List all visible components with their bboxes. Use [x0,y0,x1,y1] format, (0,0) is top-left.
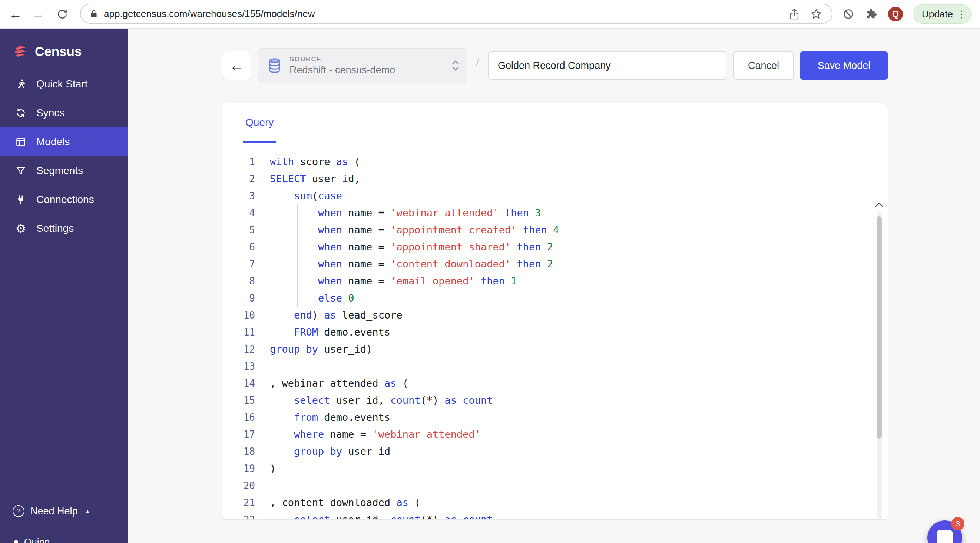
census-logo[interactable]: Census [0,28,128,70]
code-line[interactable]: 6 when name = 'appointment shared' then … [223,238,888,256]
line-number: 17 [223,426,255,443]
select-updown-icon [451,59,460,72]
more-menu-icon[interactable]: ⋮ [957,8,966,20]
code-line[interactable]: 1with score as ( [223,153,888,170]
back-button[interactable]: ← [222,51,251,80]
code-lines: 1with score as (2SELECT user_id,3 sum(ca… [223,153,888,520]
scrollbar-up-icon[interactable] [873,198,885,210]
code-line[interactable]: 19) [223,460,888,477]
source-label: SOURCE [290,56,451,64]
editor-scrollbar[interactable] [873,198,885,520]
tab-query[interactable]: Query [243,103,276,143]
line-number: 7 [223,256,255,273]
code-text: , content_downloaded as ( [270,494,420,511]
code-line[interactable]: 12group by user_id) [223,341,888,358]
sidebar-item-label: Settings [36,222,74,235]
code-line[interactable]: 3 sum(case [223,187,888,205]
code-line[interactable]: 20 [223,477,888,494]
line-number: 11 [223,324,255,341]
lock-icon[interactable] [89,9,99,19]
sidebar: Census Quick StartSyncsModelsSegmentsCon… [0,28,128,543]
code-line[interactable]: 2SELECT user_id, [223,170,888,187]
code-text: from demo.events [270,409,390,426]
code-text: SELECT user_id, [270,170,360,187]
line-number: 21 [223,494,255,511]
code-text: when name = 'appointment shared' then 2 [270,238,553,256]
table-icon [14,135,27,149]
code-text: else 0 [270,290,354,307]
browser-profile-avatar[interactable]: Q [888,7,903,21]
sidebar-item-syncs[interactable]: Syncs [0,98,128,127]
code-line[interactable]: 5 when name = 'appointment created' then… [223,221,888,238]
code-text: with score as ( [270,153,360,170]
line-number: 12 [223,341,255,358]
chat-badge: 3 [951,517,964,530]
need-help-button[interactable]: ? Need Help ▲ [13,505,90,517]
extensions-puzzle-icon[interactable] [862,0,881,28]
main-content: ← SOURCE Redshift - census-demo / Cancel… [128,28,980,543]
code-line[interactable]: 8 when name = 'email opened' then 1 [223,273,888,290]
line-number: 4 [223,205,255,221]
database-icon [267,57,282,74]
line-number: 13 [223,358,255,375]
code-line[interactable]: 14, webinar_attended as ( [223,375,888,392]
line-number: 10 [223,307,255,324]
tab-bar: Query [223,103,888,143]
code-line[interactable]: 9 else 0 [223,290,888,307]
need-help-label: Need Help [30,506,78,517]
code-line[interactable]: 22 select user_id, count(*) as count [223,511,888,520]
blocked-circle-icon[interactable] [839,0,858,28]
model-name-input[interactable] [488,51,727,79]
plug-icon [14,193,27,206]
line-number: 19 [223,460,255,477]
code-text: group by user_id) [270,341,372,358]
code-line[interactable]: 21, content_downloaded as ( [223,494,888,511]
sidebar-item-quick-start[interactable]: Quick Start [0,70,128,98]
sql-editor[interactable]: 1with score as (2SELECT user_id,3 sum(ca… [223,143,888,519]
scrollbar-thumb[interactable] [877,216,882,438]
code-text: select user_id, count(*) as count [270,511,493,520]
browser-chrome: ← → app.getcensus.com/warehouses/155/mod… [0,0,980,29]
code-line[interactable]: 13 [223,358,888,375]
sidebar-item-label: Connections [36,194,94,206]
browser-update-button[interactable]: Update ⋮ [913,5,972,24]
code-line[interactable]: 17 where name = 'webinar attended' [223,426,888,443]
code-line[interactable]: 11 FROM demo.events [223,324,888,341]
cancel-button[interactable]: Cancel [733,51,794,79]
share-icon[interactable] [789,5,800,24]
url-text: app.getcensus.com/warehouses/155/models/… [104,8,315,20]
sidebar-item-settings[interactable]: ⚙Settings [0,214,128,243]
code-text: when name = 'email opened' then 1 [270,273,517,290]
code-text: when name = 'webinar attended' then 3 [270,205,541,221]
account-label: Quinn [24,536,50,543]
sidebar-account-item[interactable]: Quinn [14,536,50,543]
sidebar-item-label: Quick Start [36,78,88,90]
code-line[interactable]: 10 end) as lead_score [223,307,888,324]
code-text: end) as lead_score [270,307,402,324]
code-line[interactable]: 15 select user_id, count(*) as count [223,392,888,409]
browser-forward-icon[interactable]: → [29,0,47,28]
code-line[interactable]: 18 group by user_id [223,443,888,460]
source-select[interactable]: SOURCE Redshift - census-demo [258,48,467,83]
sidebar-item-connections[interactable]: Connections [0,185,128,214]
sidebar-item-segments[interactable]: Segments [0,156,128,185]
line-number: 22 [223,511,255,520]
browser-refresh-icon[interactable] [53,0,71,28]
code-line[interactable]: 16 from demo.events [223,409,888,426]
code-line[interactable]: 7 when name = 'content downloaded' then … [223,256,888,273]
save-model-button[interactable]: Save Model [800,51,888,79]
line-number: 2 [223,170,255,187]
bookmark-star-icon[interactable] [810,5,822,24]
chat-bubble-icon [937,530,953,543]
sidebar-item-label: Segments [36,165,83,177]
url-bar[interactable]: app.getcensus.com/warehouses/155/models/… [80,4,832,24]
code-text: , webinar_attended as ( [270,375,409,392]
sidebar-item-models[interactable]: Models [0,127,128,156]
runner-icon [14,78,27,91]
code-line[interactable]: 4 when name = 'webinar attended' then 3 [223,205,888,221]
browser-back-icon[interactable]: ← [7,0,24,28]
filter-icon [14,164,27,178]
chevron-up-icon: ▲ [85,508,91,514]
code-text: group by user_id [270,443,390,460]
census-logo-icon [13,44,28,59]
